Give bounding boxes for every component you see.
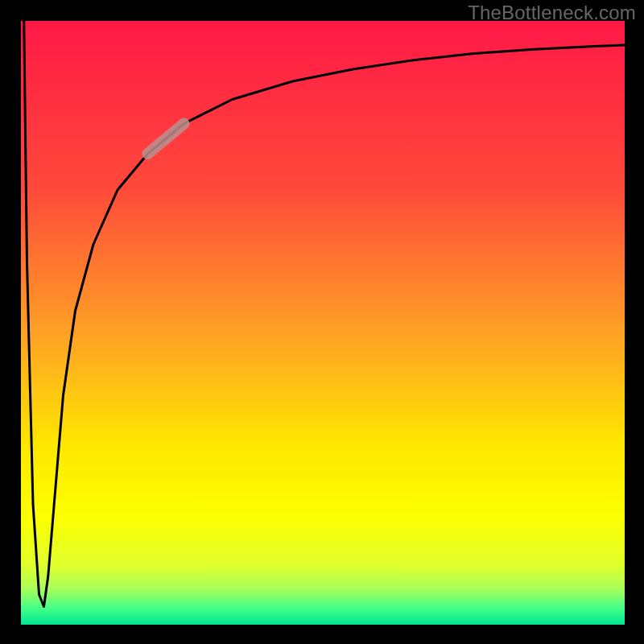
bottleneck-curve-highlight [148,124,184,155]
curve-layer [21,21,625,625]
chart-canvas: TheBottleneck.com [0,0,644,644]
plot-area [21,21,625,625]
bottleneck-curve [24,21,625,607]
